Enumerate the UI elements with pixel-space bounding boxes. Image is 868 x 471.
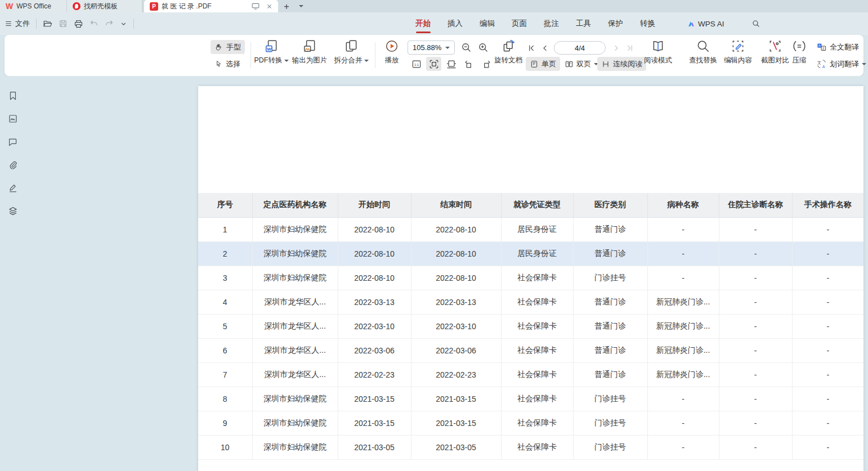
svg-text:A: A <box>818 44 821 47</box>
double-page-toggle[interactable]: 双页 <box>561 57 602 71</box>
menu-item-6[interactable]: 工具 <box>576 12 591 35</box>
layers-icon[interactable] <box>8 206 18 216</box>
table-cell: - <box>719 290 792 314</box>
hand-icon <box>214 43 223 52</box>
word-translate-button[interactable]: 文A 划词翻译 <box>816 57 866 71</box>
table-cell: 2022-08-10 <box>338 241 411 266</box>
rotate-left-icon[interactable] <box>461 57 476 71</box>
svg-text:A: A <box>822 65 825 69</box>
first-page-icon[interactable] <box>526 41 537 55</box>
play-button[interactable]: 播放 <box>378 39 405 65</box>
menu-item-4[interactable]: 页面 <box>512 12 527 35</box>
table-cell: 普通门诊 <box>573 217 647 241</box>
menu-search-icon[interactable] <box>751 19 760 28</box>
export-image-button[interactable]: 输出为图片 <box>286 39 333 65</box>
column-header: 定点医药机构名称 <box>252 193 338 217</box>
new-tab-button[interactable]: + <box>278 0 295 12</box>
quickbar-chevron-icon[interactable] <box>120 20 127 28</box>
table-cell: 2022-03-10 <box>338 314 411 338</box>
attachment-icon[interactable] <box>8 160 18 170</box>
word-translate-label: 划词翻译 <box>830 59 859 69</box>
rotate-document-button[interactable]: 旋转文档 <box>490 39 527 65</box>
hand-tool-button[interactable]: 手型 <box>211 40 245 54</box>
export-image-icon <box>302 39 317 53</box>
zoom-in-icon[interactable] <box>477 42 489 53</box>
undo-icon[interactable] <box>90 19 99 28</box>
table-cell: 2021-03-15 <box>338 411 411 435</box>
table-cell: - <box>719 266 792 290</box>
menu-item-2[interactable]: 插入 <box>448 12 463 35</box>
split-merge-label: 拆分合并 <box>334 56 363 65</box>
zoom-out-icon[interactable] <box>460 42 472 53</box>
pdf-page[interactable]: 序号定点医药机构名称开始时间结束时间就诊凭证类型医疗类别病种名称住院主诊断名称手… <box>198 86 863 471</box>
comment-icon[interactable] <box>8 137 18 147</box>
menu-item-8[interactable]: 转换 <box>640 12 655 35</box>
table-cell: - <box>792 290 863 314</box>
previous-page-icon[interactable] <box>539 41 551 55</box>
table-cell: - <box>719 314 792 338</box>
edit-content-button[interactable]: 编辑内容 <box>719 39 757 65</box>
redo-icon[interactable] <box>105 19 114 28</box>
table-cell: 2021-03-05 <box>338 435 411 459</box>
print-icon[interactable] <box>74 19 83 29</box>
file-menu-button[interactable]: 文件 <box>5 19 30 29</box>
next-page-icon[interactable] <box>610 41 621 55</box>
single-page-toggle[interactable]: 单页 <box>526 57 560 71</box>
docer-logo-icon <box>73 2 80 10</box>
find-replace-button[interactable]: 查找替换 <box>684 39 722 65</box>
table-cell: - <box>647 411 719 435</box>
tab-wps-office[interactable]: W WPS Office <box>0 0 67 12</box>
select-tool-button[interactable]: 选择 <box>211 57 244 71</box>
fit-width-icon[interactable] <box>444 57 459 71</box>
table-cell: 2022-03-13 <box>411 290 501 314</box>
zoom-level-select[interactable]: 105.88% <box>408 41 455 55</box>
column-header: 序号 <box>198 193 252 217</box>
bookmark-icon[interactable] <box>8 91 18 101</box>
actual-size-icon[interactable]: 1:1 <box>409 57 424 71</box>
document-workspace: 序号定点医药机构名称开始时间结束时间就诊凭证类型医疗类别病种名称住院主诊断名称手… <box>0 76 868 471</box>
table-cell: - <box>792 435 863 459</box>
read-mode-button[interactable]: 阅读模式 <box>641 39 675 65</box>
open-file-icon[interactable] <box>43 19 52 29</box>
signature-icon[interactable] <box>8 183 18 193</box>
table-cell: 深圳市妇幼保健院 <box>252 217 338 241</box>
table-cell: 社会保障卡 <box>501 411 573 435</box>
compress-icon <box>792 39 807 53</box>
thumbnails-icon[interactable] <box>8 114 18 124</box>
tab-list-chevron-icon[interactable] <box>295 0 307 12</box>
menu-item-1[interactable]: 开始 <box>415 12 431 35</box>
file-menu-label: 文件 <box>15 19 30 29</box>
present-to-screen-icon[interactable] <box>252 3 259 10</box>
menu-item-5[interactable]: 批注 <box>544 12 559 35</box>
table-row: 6深圳市龙华区人...2022-03-062022-03-06社会保障卡普通门诊… <box>198 338 863 362</box>
fit-page-icon[interactable] <box>426 57 441 71</box>
column-header: 住院主诊断名称 <box>719 193 792 217</box>
last-page-icon[interactable] <box>624 41 635 55</box>
column-header: 开始时间 <box>338 193 411 217</box>
compress-button[interactable]: 压缩 <box>787 39 812 65</box>
table-cell: 2022-03-10 <box>411 314 501 338</box>
book-icon <box>651 39 665 53</box>
page-indicator-box[interactable] <box>554 41 606 55</box>
menu-item-3[interactable]: 编辑 <box>480 12 495 35</box>
wps-ai-button[interactable]: WPS AI <box>687 20 724 28</box>
table-row: 10深圳市妇幼保健院2021-03-052021-03-05社会保障卡门诊挂号-… <box>198 435 863 459</box>
export-image-label: 输出为图片 <box>292 56 328 65</box>
continuous-reading-toggle[interactable]: 连续阅读 <box>597 57 646 71</box>
edit-content-label: 编辑内容 <box>724 56 752 65</box>
table-cell: - <box>719 241 792 266</box>
tab-docer-templates[interactable]: 找稻壳模板 <box>67 0 142 12</box>
close-tab-icon[interactable] <box>266 3 272 10</box>
full-translate-button[interactable]: A文 全文翻译 <box>816 40 859 54</box>
tab-document-pdf[interactable]: P 就 医 记 录 .PDF <box>144 0 278 12</box>
menu-item-7[interactable]: 保护 <box>608 12 623 35</box>
table-row: 4深圳市龙华区人...2022-03-132022-03-13社会保障卡普通门诊… <box>198 290 863 314</box>
page-indicator-input[interactable] <box>554 42 605 54</box>
save-icon[interactable] <box>59 19 68 28</box>
column-header: 病种名称 <box>647 193 719 217</box>
split-merge-button[interactable]: 拆分合并 <box>329 39 374 65</box>
hamburger-icon <box>5 20 12 28</box>
table-cell: 2022-03-06 <box>411 338 501 362</box>
screenshot-compare-icon <box>768 39 782 53</box>
compress-label: 压缩 <box>793 56 807 65</box>
